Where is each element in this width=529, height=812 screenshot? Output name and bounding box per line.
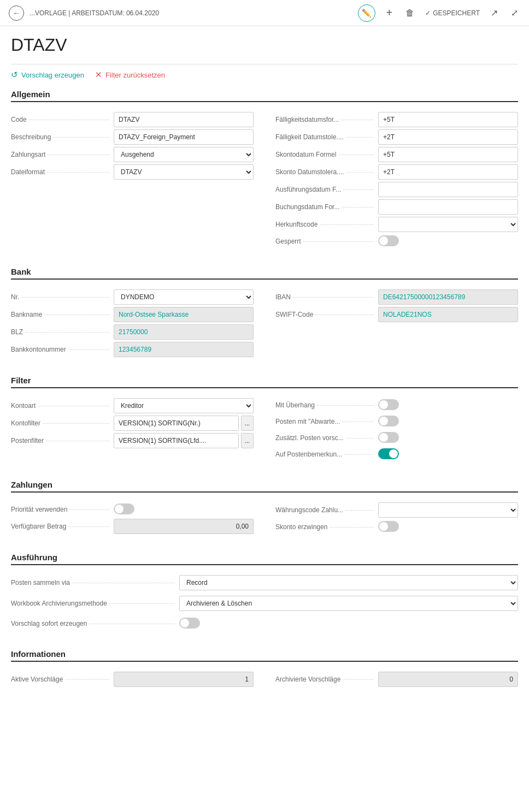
reset-filter-icon: ✕ (95, 70, 102, 80)
section-ausfuehrung-header: Ausführung (11, 548, 518, 565)
iban-row: IBAN DE64217500000123456789 (275, 288, 518, 306)
vorschlag-sofort-toggle[interactable] (179, 618, 200, 629)
iban-label: IBAN (275, 293, 374, 301)
auf-postenbemerkung-row: Auf Postenbemerkun... (275, 446, 518, 463)
add-button[interactable]: + (384, 4, 395, 21)
delete-button[interactable]: 🗑 (403, 6, 416, 20)
zusaetzl-posten-toggle[interactable] (378, 432, 399, 443)
herkunftscode-value (378, 217, 518, 232)
saved-badge: GESPEICHERT (425, 9, 480, 17)
beschreibung-input[interactable] (114, 129, 254, 145)
section-informationen: Informationen Aktive Vorschläge Archivie… (11, 645, 518, 688)
dateiformat-value: DTAZV (114, 164, 254, 180)
buchungsdatum-label: Buchungsdatum For... (275, 203, 374, 211)
kontofilter-input[interactable] (114, 416, 239, 431)
postenfilter-input[interactable] (114, 433, 239, 448)
vorschlag-sofort-row: Vorschlag sofort erzeugen (11, 615, 518, 632)
ausfuehrungsdatum-input[interactable] (378, 182, 518, 197)
swift-field: NOLADE21NOS (378, 307, 518, 322)
kontoart-value: Kreditor (114, 398, 254, 413)
zahlungsart-value: Ausgehend (114, 147, 254, 162)
bankkontonummer-value: 123456789 (114, 342, 254, 357)
nr-row: Nr. DYNDEMO (11, 288, 254, 306)
posten-abwarte-row: Posten mit "Abwarte... (275, 413, 518, 430)
expand-button[interactable]: ⤢ (509, 5, 520, 20)
bankkontonummer-row: Bankkontonummer 123456789 (11, 341, 254, 358)
archivierte-vorschlaege-row: Archivierte Vorschläge (275, 671, 518, 688)
gesperrt-slider (378, 235, 399, 246)
mit-ueberhang-value (378, 399, 518, 412)
kontoart-select[interactable]: Kreditor (114, 398, 254, 413)
herkunftscode-select[interactable] (378, 217, 518, 232)
skonto-erzwingen-label: Skonto erzwingen (275, 523, 374, 531)
buchungsdatum-value (378, 199, 518, 215)
kontofilter-btn[interactable]: ... (241, 416, 254, 431)
waehrungscode-row: Währungscode Zahlu... (275, 501, 518, 519)
skonto-toleranz-input[interactable] (378, 164, 518, 180)
verfuegbarer-betrag-value (114, 519, 254, 534)
section-bank-header: Bank (11, 263, 518, 280)
code-value (114, 112, 254, 127)
reset-filter-button[interactable]: ✕ Filter zurücksetzen (95, 70, 165, 80)
code-input[interactable] (114, 112, 254, 127)
zahlungen-right: Währungscode Zahlu... Skonto erzwingen (275, 501, 518, 535)
postenfilter-btn[interactable]: ... (241, 433, 254, 448)
filter-form: Kontoart Kreditor Kontofilter ... P (11, 397, 518, 463)
nr-select[interactable]: DYNDEMO (114, 289, 254, 305)
skonto-erzwingen-slider (378, 521, 399, 532)
top-bar: ← ...VORLAGE | ARBEITSDATUM: 06.04.2020 … (0, 0, 529, 26)
skonto-toleranz-value (378, 164, 518, 180)
back-button[interactable]: ← (9, 5, 24, 21)
gesperrt-row: Gesperrt (275, 233, 518, 250)
mit-ueberhang-toggle[interactable] (378, 399, 399, 410)
suggest-button[interactable]: ↺ Vorschlag erzeugen (11, 70, 84, 80)
buchungsdatum-row: Buchungsdatum For... (275, 198, 518, 216)
kontoart-row: Kontoart Kreditor (11, 397, 254, 414)
bankname-value: Nord-Ostsee Sparkasse (114, 307, 254, 322)
skontodatum-input[interactable] (378, 147, 518, 162)
mit-ueberhang-slider (378, 399, 399, 410)
waehrungscode-value (378, 502, 518, 518)
faelligkeit-toleranz-row: Fälligkeit Datumstole.... (275, 128, 518, 146)
allgemein-right: Fälligkeitsdatumsfor... Fälligkeit Datum… (275, 111, 518, 250)
auf-postenbemerkung-toggle[interactable] (378, 448, 399, 459)
verfuegbarer-betrag-row: Verfügbarer Betrag (11, 518, 254, 535)
gesperrt-toggle[interactable] (378, 235, 399, 246)
postenfilter-value: ... (114, 433, 254, 448)
beschreibung-label: Beschreibung (11, 133, 109, 141)
edit-button[interactable]: ✏️ (358, 4, 375, 22)
faelligkeit-toleranz-label: Fälligkeit Datumstole.... (275, 133, 374, 141)
faelligkeit-toleranz-input[interactable] (378, 129, 518, 145)
section-allgemein-header: Allgemein (11, 85, 518, 102)
aktive-vorschlaege-input (114, 672, 254, 687)
mit-ueberhang-label: Mit Überhang (275, 401, 374, 409)
blz-label: BLZ (11, 328, 109, 336)
postenfilter-label: Postenfilter (11, 437, 109, 444)
kontoart-label: Kontoart (11, 402, 109, 410)
mit-ueberhang-row: Mit Überhang (275, 397, 518, 413)
external-link-button[interactable]: ↗ (489, 5, 500, 20)
dateiformat-select[interactable]: DTAZV (114, 164, 254, 180)
skonto-erzwingen-value (378, 521, 518, 534)
ausfuehrungsdatum-row: Ausführungsdatum F... (275, 181, 518, 198)
allgemein-form: Code Beschreibung Zahlungsart Ausgeh (11, 111, 518, 250)
skonto-erzwingen-toggle[interactable] (378, 521, 399, 532)
zahlungsart-label: Zahlungsart (11, 151, 109, 158)
posten-sammeln-select[interactable]: Record (179, 575, 518, 590)
verfuegbarer-betrag-input[interactable] (114, 519, 254, 534)
bankkontonummer-label: Bankkontonummer (11, 346, 109, 353)
workbook-value: Archivieren & Löschen (179, 596, 518, 611)
ausfuehrung-form: Posten sammeln via Record Workbook Archi… (11, 574, 518, 632)
bank-form: Nr. DYNDEMO Bankname Nord-Ostsee Sparkas… (11, 288, 518, 358)
faelligkeitsdatum-input[interactable] (378, 112, 518, 127)
buchungsdatum-input[interactable] (378, 199, 518, 215)
workbook-select[interactable]: Archivieren & Löschen (179, 596, 518, 611)
posten-abwarte-label: Posten mit "Abwarte... (275, 418, 374, 425)
filter-left: Kontoart Kreditor Kontofilter ... P (11, 397, 254, 463)
section-zahlungen: Zahlungen Priorität verwenden Verfügbare… (11, 476, 518, 535)
top-bar-actions: ✏️ + 🗑 GESPEICHERT ↗ ⤢ (358, 4, 521, 22)
prioritaet-toggle[interactable] (114, 503, 134, 514)
posten-abwarte-toggle[interactable] (378, 416, 399, 426)
zahlungsart-select[interactable]: Ausgehend (114, 147, 254, 162)
waehrungscode-select[interactable] (378, 502, 518, 518)
